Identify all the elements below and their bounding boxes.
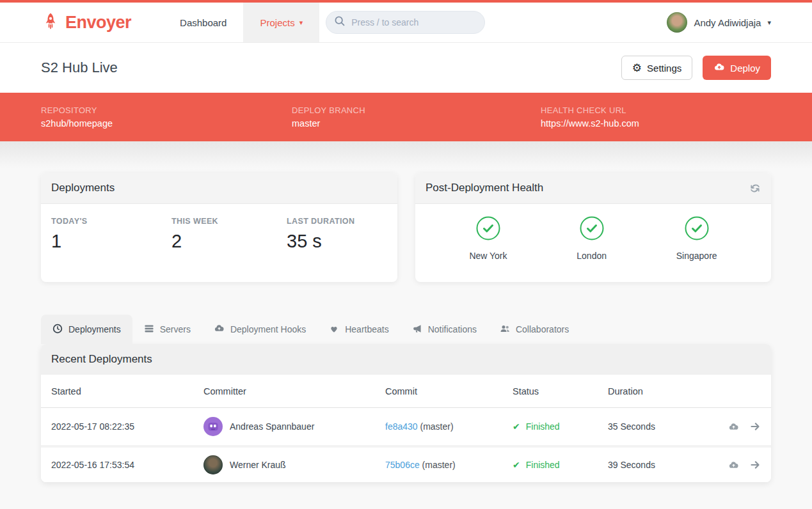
table-header-row: Started Committer Commit Status Duration [41, 375, 771, 408]
health-location-london: London [577, 215, 607, 261]
tab-heartbeats[interactable]: Heartbeats [317, 315, 400, 344]
deploy-branch-label: DEPLOY BRANCH [292, 106, 541, 115]
column-committer: Committer [203, 386, 385, 396]
server-list-icon [144, 324, 154, 336]
cell-status: ✔ Finished [513, 460, 608, 470]
tab-servers[interactable]: Servers [132, 315, 202, 344]
stat-todays: TODAY'S 1 [51, 217, 171, 252]
commit-branch: (master) [422, 460, 456, 470]
health-location-singapore: Singapore [676, 215, 717, 261]
stat-this-week-value: 2 [171, 231, 287, 252]
deployments-stats: TODAY'S 1 THIS WEEK 2 LAST DURATION 35 s [41, 204, 397, 265]
health-card-header: Post-Deployment Health [415, 173, 771, 204]
committer-name: Werner Krauß [230, 460, 286, 470]
status-text: Finished [526, 460, 560, 470]
search-input[interactable] [351, 17, 460, 27]
summary-cards-row: Deployments TODAY'S 1 THIS WEEK 2 LAST D… [41, 173, 771, 282]
search-icon [334, 15, 346, 29]
committer-avatar [203, 455, 223, 474]
check-circle-icon [684, 215, 710, 244]
check-icon: ✔ [513, 421, 520, 432]
tab-label: Deployment Hooks [230, 324, 306, 334]
table-row[interactable]: 2022-05-17 08:22:35 Andreas Spannbauer [41, 408, 771, 445]
cell-started: 2022-05-17 08:22:35 [51, 421, 203, 432]
health-location-new-york: New York [469, 215, 507, 261]
health-check-url-label: HEALTH CHECK URL [541, 106, 771, 115]
page-title: S2 Hub Live [41, 59, 118, 76]
health-location-name: London [577, 251, 607, 261]
nav-link-dashboard[interactable]: Dashboard [163, 3, 243, 42]
deployments-card: Deployments TODAY'S 1 THIS WEEK 2 LAST D… [41, 173, 397, 282]
check-circle-icon [579, 215, 605, 244]
column-started: Started [51, 386, 203, 396]
stat-last-duration-value: 35 s [287, 231, 387, 252]
arrow-right-icon[interactable] [749, 421, 761, 432]
banner-deploy-branch: DEPLOY BRANCH master [292, 106, 541, 129]
commit-link[interactable]: fe8a430 [385, 421, 418, 432]
tab-collaborators[interactable]: Collaborators [488, 315, 580, 344]
cell-actions [710, 459, 761, 471]
health-check-url-value: https://www.s2-hub.com [541, 118, 771, 129]
deployments-card-header: Deployments [41, 173, 397, 204]
cell-commit: fe8a430 (master) [385, 421, 513, 432]
user-name: Andy Adiwidjaja [694, 17, 761, 28]
repository-value: s2hub/homepage [41, 118, 292, 129]
tab-label: Notifications [428, 324, 477, 334]
settings-button[interactable]: ⚙ Settings [621, 56, 692, 80]
users-icon [500, 324, 510, 336]
brand-wordmark: Envoyer [65, 13, 131, 33]
refresh-icon[interactable] [749, 183, 761, 194]
tab-label: Collaborators [516, 324, 569, 334]
tab-label: Deployments [68, 324, 121, 334]
navbar: Envoyer Dashboard Projects ▾ Andy Adiwid… [0, 3, 812, 43]
health-card-title: Post-Deployment Health [426, 182, 543, 194]
tab-deployment-hooks[interactable]: Deployment Hooks [202, 315, 317, 344]
redeploy-cloud-icon[interactable] [728, 460, 739, 471]
cell-status: ✔ Finished [513, 421, 608, 432]
banner-health-check-url: HEALTH CHECK URL https://www.s2-hub.com [541, 106, 771, 129]
commit-branch: (master) [420, 421, 454, 432]
cloud-upload-icon [713, 61, 725, 75]
project-tabs: Deployments Servers [41, 315, 771, 344]
column-commit: Commit [385, 386, 513, 396]
chevron-down-icon: ▾ [767, 19, 771, 26]
table-row[interactable]: 2022-05-16 17:53:54 Werner Krauß 75b06ce… [41, 445, 771, 482]
envoyer-app: Envoyer Dashboard Projects ▾ Andy Adiwid… [0, 0, 812, 509]
committer-avatar [203, 417, 223, 436]
health-card: Post-Deployment Health [415, 173, 771, 282]
deploy-button[interactable]: Deploy [703, 56, 771, 80]
rocket-icon [41, 12, 60, 33]
user-menu[interactable]: Andy Adiwidjaja ▾ [654, 3, 812, 42]
health-location-name: New York [469, 251, 507, 261]
cell-duration: 35 Seconds [608, 421, 710, 432]
status-text: Finished [526, 421, 560, 432]
chevron-down-icon: ▾ [299, 19, 303, 26]
tab-notifications[interactable]: Notifications [401, 315, 488, 344]
cell-duration: 39 Seconds [608, 460, 710, 470]
stat-last-duration-label: LAST DURATION [287, 217, 387, 226]
heart-icon [329, 324, 339, 336]
cell-committer: Werner Krauß [203, 455, 385, 474]
project-title-bar: S2 Hub Live ⚙ Settings Deploy [0, 43, 812, 93]
main-content: Deployments TODAY'S 1 THIS WEEK 2 LAST D… [0, 141, 812, 509]
deploy-label: Deploy [730, 63, 760, 74]
deploy-branch-value: master [292, 118, 541, 129]
cell-started: 2022-05-16 17:53:54 [51, 460, 203, 470]
check-circle-icon [475, 215, 501, 244]
recent-deployments-header: Recent Deployments [41, 344, 771, 375]
projects-label: Projects [260, 17, 294, 28]
commit-link[interactable]: 75b06ce [385, 460, 420, 470]
redeploy-cloud-icon[interactable] [728, 421, 739, 432]
stat-todays-label: TODAY'S [51, 217, 171, 226]
settings-label: Settings [647, 63, 681, 74]
global-search[interactable] [326, 11, 485, 34]
deployments-card-title: Deployments [51, 182, 115, 194]
stat-todays-value: 1 [51, 231, 171, 252]
recent-deployments-title: Recent Deployments [51, 353, 152, 366]
title-actions: ⚙ Settings Deploy [621, 56, 771, 80]
committer-name: Andreas Spannbauer [230, 421, 314, 432]
arrow-right-icon[interactable] [749, 459, 761, 471]
tab-deployments[interactable]: Deployments [41, 315, 132, 344]
nav-link-projects[interactable]: Projects ▾ [243, 3, 319, 42]
envoyer-logo[interactable]: Envoyer [41, 3, 131, 42]
